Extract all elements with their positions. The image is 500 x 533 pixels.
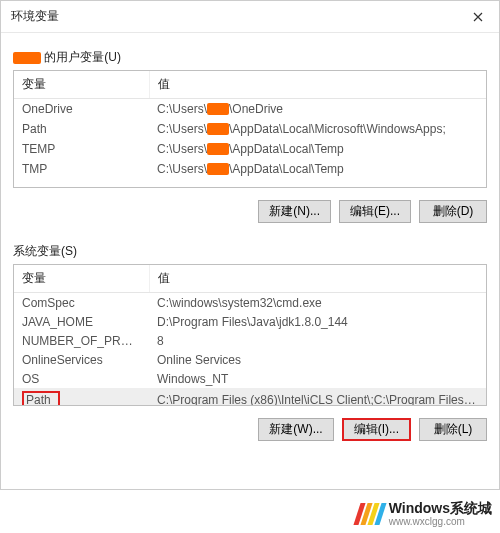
system-buttons: 新建(W)... 编辑(I)... 删除(L) bbox=[13, 412, 487, 455]
var-value: Online Services bbox=[149, 350, 486, 369]
watermark-url: www.wxclgg.com bbox=[389, 516, 492, 527]
edit-system-var-button[interactable]: 编辑(I)... bbox=[342, 418, 411, 441]
var-name: Path bbox=[14, 388, 149, 406]
var-value: C:\Users\\AppData\Local\Temp bbox=[149, 159, 486, 179]
var-value: C:\Program Files (x86)\Intel\iCLS Client… bbox=[149, 388, 486, 406]
close-icon bbox=[473, 12, 483, 22]
system-vars-label: 系统变量(S) bbox=[13, 243, 487, 260]
table-row[interactable]: ComSpec C:\windows\system32\cmd.exe bbox=[14, 293, 486, 313]
edit-user-var-button[interactable]: 编辑(E)... bbox=[339, 200, 411, 223]
table-row[interactable]: NUMBER_OF_PROCESSORS 8 bbox=[14, 331, 486, 350]
env-vars-dialog: 环境变量 的用户变量(U) 变量 值 OneDrive C:\Users\ bbox=[0, 0, 500, 490]
table-row-selected[interactable]: Path C:\Program Files (x86)\Intel\iCLS C… bbox=[14, 388, 486, 406]
var-value: C:\Users\\AppData\Local\Microsoft\Window… bbox=[149, 119, 486, 139]
col-header-name[interactable]: 变量 bbox=[14, 71, 149, 99]
var-name: Path bbox=[14, 119, 149, 139]
table-row[interactable]: JAVA_HOME D:\Program Files\Java\jdk1.8.0… bbox=[14, 312, 486, 331]
table-row[interactable]: OneDrive C:\Users\\OneDrive bbox=[14, 99, 486, 120]
var-value: C:\windows\system32\cmd.exe bbox=[149, 293, 486, 313]
new-user-var-button[interactable]: 新建(N)... bbox=[258, 200, 331, 223]
watermark-logo-icon bbox=[357, 503, 383, 525]
var-name: TEMP bbox=[14, 139, 149, 159]
highlight-box: Path bbox=[22, 391, 60, 407]
table-row[interactable]: Path C:\Users\\AppData\Local\Microsoft\W… bbox=[14, 119, 486, 139]
delete-user-var-button[interactable]: 删除(D) bbox=[419, 200, 487, 223]
dialog-content: 的用户变量(U) 变量 值 OneDrive C:\Users\\OneDriv… bbox=[1, 33, 499, 455]
var-value: C:\Users\\AppData\Local\Temp bbox=[149, 139, 486, 159]
var-name: OS bbox=[14, 369, 149, 388]
col-header-value[interactable]: 值 bbox=[149, 265, 486, 293]
table-row[interactable]: OnlineServices Online Services bbox=[14, 350, 486, 369]
var-name: TMP bbox=[14, 159, 149, 179]
user-vars-label: 的用户变量(U) bbox=[13, 49, 487, 66]
var-name: NUMBER_OF_PROCESSORS bbox=[14, 331, 149, 350]
redacted-username bbox=[13, 52, 41, 64]
user-buttons: 新建(N)... 编辑(E)... 删除(D) bbox=[13, 194, 487, 237]
titlebar: 环境变量 bbox=[1, 1, 499, 33]
var-name: JAVA_HOME bbox=[14, 312, 149, 331]
close-button[interactable] bbox=[457, 1, 499, 33]
var-name: ComSpec bbox=[14, 293, 149, 313]
table-row[interactable]: TMP C:\Users\\AppData\Local\Temp bbox=[14, 159, 486, 179]
new-system-var-button[interactable]: 新建(W)... bbox=[258, 418, 333, 441]
watermark-title: Windows系统城 bbox=[389, 501, 492, 516]
table-row[interactable]: TEMP C:\Users\\AppData\Local\Temp bbox=[14, 139, 486, 159]
var-value: Windows_NT bbox=[149, 369, 486, 388]
table-row[interactable]: OS Windows_NT bbox=[14, 369, 486, 388]
window-title: 环境变量 bbox=[11, 8, 59, 25]
var-name: OneDrive bbox=[14, 99, 149, 120]
col-header-value[interactable]: 值 bbox=[149, 71, 486, 99]
delete-system-var-button[interactable]: 删除(L) bbox=[419, 418, 487, 441]
watermark: Windows系统城 www.wxclgg.com bbox=[357, 501, 492, 527]
system-vars-table[interactable]: 变量 值 ComSpec C:\windows\system32\cmd.exe… bbox=[13, 264, 487, 406]
user-vars-table[interactable]: 变量 值 OneDrive C:\Users\\OneDrive Path C:… bbox=[13, 70, 487, 188]
var-value: C:\Users\\OneDrive bbox=[149, 99, 486, 120]
col-header-name[interactable]: 变量 bbox=[14, 265, 149, 293]
var-name: OnlineServices bbox=[14, 350, 149, 369]
var-value: D:\Program Files\Java\jdk1.8.0_144 bbox=[149, 312, 486, 331]
var-value: 8 bbox=[149, 331, 486, 350]
